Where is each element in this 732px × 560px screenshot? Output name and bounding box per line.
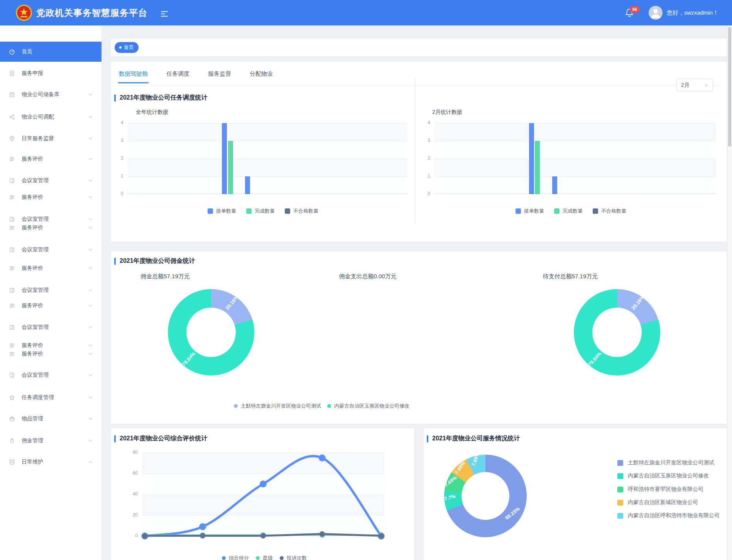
legend-item-接单数量[interactable]: 接单数量 bbox=[516, 208, 544, 215]
y-axis-tick: 0 bbox=[127, 533, 138, 538]
service-legend-item-内蒙古自治区新城区物业公司[interactable]: 内蒙古自治区新城区物业公司 bbox=[617, 499, 698, 506]
y-axis-tick: 1 bbox=[419, 173, 430, 179]
sidebar-item-9-服务评价[interactable]: 服务评价 bbox=[0, 219, 101, 236]
donut-hole bbox=[462, 472, 509, 520]
month-bar-plot bbox=[434, 123, 716, 194]
notification-badge: 66 bbox=[629, 6, 640, 13]
evaluation-legend-row: 综合得分星级投诉次数 bbox=[222, 555, 307, 560]
server-icon bbox=[8, 458, 15, 465]
sidebar-item-label: 物业公司调配 bbox=[22, 113, 54, 120]
legend-label: 完成数量 bbox=[563, 208, 583, 215]
legend-swatch bbox=[516, 208, 521, 214]
sidebar-item-16-服务评价[interactable]: 服务评价 bbox=[0, 345, 101, 362]
legend-item-星级[interactable]: 星级 bbox=[256, 555, 273, 560]
tab-数据驾驶舱[interactable]: 数据驾驶舱 bbox=[118, 68, 149, 83]
user-avatar[interactable] bbox=[649, 6, 663, 20]
evaluation-title: 2021年度物业公司综合评价统计 bbox=[114, 435, 208, 443]
month-select[interactable]: 2月 ∨ bbox=[676, 79, 713, 91]
bar-接单数量-1[interactable] bbox=[245, 176, 250, 194]
sliders-icon bbox=[8, 302, 15, 309]
legend-label: 内蒙古自治区玉泉区物业公司修改 bbox=[334, 403, 409, 409]
page-scrollbar[interactable] bbox=[727, 0, 732, 560]
y-axis-tick: 20 bbox=[127, 512, 138, 518]
gridline bbox=[127, 141, 407, 141]
service-legend-item-内蒙古自治区玉泉区物业公司修改[interactable]: 内蒙古自治区玉泉区物业公司修改 bbox=[617, 472, 709, 479]
legend-swatch bbox=[617, 487, 623, 492]
app-header: 党政机关事务智慧服务平台 66 您好，swzxadmin！ bbox=[0, 0, 732, 25]
sidebar-item-18-任务调度管理[interactable]: 任务调度管理 bbox=[0, 389, 101, 406]
menu-fold-icon[interactable] bbox=[161, 10, 168, 16]
bar-接单数量-1[interactable] bbox=[552, 176, 557, 194]
plot-band bbox=[127, 141, 407, 159]
sidebar-item-11-服务评价[interactable]: 服务评价 bbox=[0, 260, 101, 277]
sidebar-item-14-会议室管理[interactable]: 会议室管理 bbox=[0, 319, 101, 336]
share-icon bbox=[8, 113, 15, 120]
donut-hole bbox=[592, 308, 642, 357]
legend-item-完成数量[interactable]: 完成数量 bbox=[246, 208, 275, 215]
sidebar-item-label: 服务评价 bbox=[22, 194, 43, 201]
legend-item-不合格数量[interactable]: 不合格数量 bbox=[285, 208, 318, 215]
sidebar-item-0-首页[interactable]: 首页 bbox=[0, 42, 101, 62]
legend-item-内蒙古自治区玉泉区物业公司修改[interactable]: 内蒙古自治区玉泉区物业公司修改 bbox=[327, 403, 409, 409]
legend-item-土默特左旗金川开发区物业公司测试[interactable]: 土默特左旗金川开发区物业公司测试 bbox=[234, 403, 321, 409]
chevron-down-icon bbox=[88, 195, 93, 200]
annual-bar-plot bbox=[127, 123, 407, 194]
tab-任务调度[interactable]: 任务调度 bbox=[166, 68, 190, 83]
y-axis-tick: 3 bbox=[113, 138, 123, 143]
task-stats-card: 数据驾驶舱任务调度服务监督分配物业 2021年度物业公司任务调度统计 全年统计数… bbox=[111, 62, 729, 242]
breadcrumb-home-tag[interactable]: 首页 bbox=[115, 42, 139, 53]
sidebar-item-6-会议室管理[interactable]: 会议室管理 bbox=[0, 172, 101, 189]
plot-band bbox=[434, 176, 716, 194]
plot-band bbox=[127, 159, 407, 176]
bar-接单数量-4[interactable] bbox=[222, 123, 227, 194]
sidebar-item-17-会议室管理[interactable]: 会议室管理 bbox=[0, 367, 101, 384]
legend-swatch bbox=[617, 460, 623, 466]
notification-bell[interactable]: 66 bbox=[624, 8, 636, 19]
chevron-down-icon bbox=[88, 225, 93, 230]
legend-item-综合得分[interactable]: 综合得分 bbox=[222, 555, 249, 560]
chevron-down-icon bbox=[88, 352, 93, 356]
gridline bbox=[434, 176, 716, 177]
star-icon bbox=[8, 394, 15, 401]
legend-label: 土默特左旗金川开发区物业公司测试 bbox=[241, 403, 321, 409]
bar-完成数量-3[interactable] bbox=[535, 141, 540, 194]
legend-label: 内蒙古自治区玉泉区物业公司修改 bbox=[628, 472, 709, 479]
donut-hole bbox=[186, 308, 236, 357]
sidebar-item-2-物业公司储备库[interactable]: 物业公司储备库 bbox=[0, 86, 101, 103]
legend-item-完成数量[interactable]: 完成数量 bbox=[554, 208, 583, 215]
scrollbar-thumb[interactable] bbox=[728, 27, 731, 147]
chevron-down-icon bbox=[88, 266, 93, 271]
legend-item-投诉次数[interactable]: 投诉次数 bbox=[280, 555, 307, 560]
legend-swatch bbox=[246, 208, 252, 214]
national-emblem-logo bbox=[15, 4, 32, 21]
tab-服务监督[interactable]: 服务监督 bbox=[207, 68, 232, 83]
sidebar-item-13-服务评价[interactable]: 服务评价 bbox=[0, 297, 101, 314]
sidebar-item-19-物品管理[interactable]: 物品管理 bbox=[0, 410, 101, 427]
sidebar-item-12-会议室管理[interactable]: 会议室管理 bbox=[0, 282, 101, 299]
commission-total-2: 待支付总额57.19万元 bbox=[543, 273, 598, 280]
chevron-down-icon bbox=[88, 247, 93, 252]
legend-item-不合格数量[interactable]: 不合格数量 bbox=[593, 208, 626, 215]
service-legend-item-呼和浩特市赛罕区物业有限公司[interactable]: 呼和浩特市赛罕区物业有限公司 bbox=[617, 486, 703, 493]
bar-接单数量-4[interactable] bbox=[529, 123, 534, 194]
chart-divider bbox=[415, 77, 415, 225]
sidebar-item-10-会议室管理[interactable]: 会议室管理 bbox=[0, 241, 101, 258]
plot-band bbox=[434, 123, 716, 141]
service-legend-item-土默特左旗金川开发区物业公司测试[interactable]: 土默特左旗金川开发区物业公司测试 bbox=[617, 459, 714, 466]
sidebar-item-21-日常维护[interactable]: 日常维护 bbox=[0, 453, 101, 470]
sidebar-item-7-服务评价[interactable]: 服务评价 bbox=[0, 189, 101, 206]
bar-完成数量-3[interactable] bbox=[228, 141, 233, 194]
service-card: 2021年度物业公司服务情况统计 69.23%7.7%7.69%7.69%7.6… bbox=[424, 428, 729, 560]
money-icon bbox=[8, 437, 15, 444]
legend-item-接单数量[interactable]: 接单数量 bbox=[208, 208, 236, 215]
sidebar-item-5-服务评价[interactable]: 服务评价 bbox=[0, 151, 101, 167]
sidebar-item-20-佣金管理[interactable]: 佣金管理 bbox=[0, 432, 101, 449]
sidebar-item-label: 会议室管理 bbox=[22, 372, 49, 379]
sidebar-item-1-服务申报[interactable]: 服务申报 bbox=[0, 65, 101, 82]
chevron-down-icon bbox=[88, 325, 93, 330]
service-legend-item-内蒙古自治区呼和浩特市物业有限公司[interactable]: 内蒙古自治区呼和浩特市物业有限公司 bbox=[617, 512, 720, 519]
sliders-icon bbox=[8, 265, 15, 272]
tab-分配物业[interactable]: 分配物业 bbox=[249, 68, 274, 83]
sidebar-item-4-日常服务监督[interactable]: 日常服务监督 bbox=[0, 130, 101, 147]
sidebar-item-3-物业公司调配[interactable]: 物业公司调配 bbox=[0, 108, 101, 125]
